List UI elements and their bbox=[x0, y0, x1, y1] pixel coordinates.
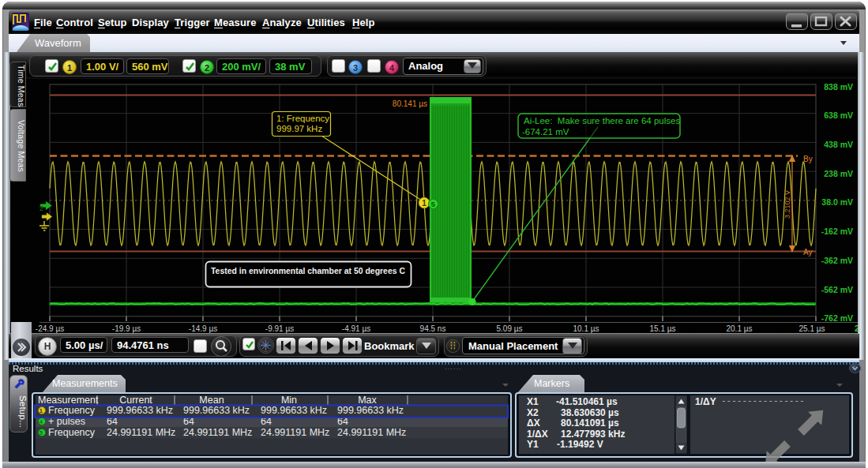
svg-text:-1.19492 V: -1.19492 V bbox=[557, 439, 603, 450]
svg-text:38.630630 µs: 38.630630 µs bbox=[561, 407, 619, 418]
svg-text:X2: X2 bbox=[527, 407, 539, 418]
svg-text:1/ΔX: 1/ΔX bbox=[527, 429, 548, 440]
svg-text:Y1: Y1 bbox=[527, 439, 539, 450]
svg-text:X1: X1 bbox=[527, 396, 539, 407]
svg-text:ΔX: ΔX bbox=[527, 417, 540, 429]
svg-text:1/ΔY: 1/ΔY bbox=[695, 396, 716, 407]
svg-text:80.141091 µs: 80.141091 µs bbox=[561, 417, 619, 429]
svg-text:12.477993 kHz: 12.477993 kHz bbox=[561, 429, 625, 440]
svg-text:----------------: ---------------- bbox=[721, 396, 805, 406]
svg-text:-41.510461 µs: -41.510461 µs bbox=[556, 396, 618, 407]
